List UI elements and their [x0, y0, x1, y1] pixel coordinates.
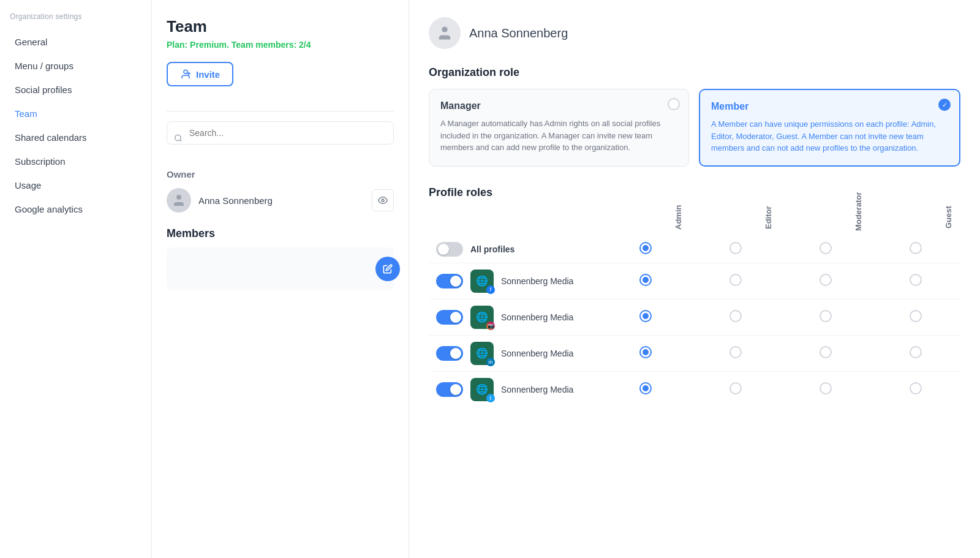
tw-guest-radio[interactable]: [910, 382, 922, 394]
header-editor: Editor: [690, 199, 780, 236]
owner-name: Anna Sonnenberg: [198, 195, 364, 206]
org-role-title: Organization role: [429, 66, 960, 79]
invite-button-label: Invite: [196, 69, 220, 80]
profile-name-1: Sonnenberg Media: [501, 276, 573, 286]
table-row: 🌐 f Sonnenberg Media: [429, 263, 960, 299]
li-guest-radio[interactable]: [910, 346, 922, 358]
all-admin-radio[interactable]: [639, 242, 652, 254]
svg-point-3: [175, 135, 181, 140]
search-input[interactable]: [167, 121, 394, 145]
all-moderator-radio[interactable]: [820, 242, 832, 254]
fb-editor-radio[interactable]: [729, 274, 742, 286]
li-admin-radio[interactable]: [639, 346, 652, 358]
sidebar-item-shared-calendars[interactable]: Shared calendars: [10, 126, 141, 149]
fb-guest-radio[interactable]: [910, 274, 922, 286]
all-profiles-toggle[interactable]: [436, 242, 463, 257]
member-role-card[interactable]: ✓ Member A Member can have unique permis…: [699, 89, 960, 167]
ig-admin-radio[interactable]: [639, 310, 652, 322]
owner-avatar: [167, 188, 191, 213]
profile-icon-3: 🌐 in: [470, 342, 494, 365]
all-profiles-admin[interactable]: [600, 236, 690, 263]
manager-role-desc: A Manager automatically has Admin rights…: [440, 118, 677, 154]
twitter-badge: t: [486, 394, 495, 402]
all-editor-radio[interactable]: [729, 242, 742, 254]
sidebar: Organization settings General Menu / gro…: [0, 0, 152, 558]
ig-editor-radio[interactable]: [729, 310, 742, 322]
middle-panel: Team Plan: Premium. Team members: 2/4 In…: [152, 0, 409, 558]
user-name: Anna Sonnenberg: [469, 26, 568, 40]
profile-toggle-2[interactable]: [436, 310, 463, 325]
profile-name-3: Sonnenberg Media: [501, 349, 573, 358]
member-card: [167, 247, 394, 290]
sidebar-item-google-analytics[interactable]: Google analytics: [10, 198, 141, 221]
facebook-badge: f: [486, 285, 495, 294]
all-profiles-label: All profiles: [470, 244, 514, 254]
all-profiles-moderator[interactable]: [780, 236, 870, 263]
manager-radio[interactable]: [668, 98, 680, 110]
table-row: 🌐 t Sonnenberg Media: [429, 371, 960, 407]
profile-roles-title: Profile roles: [429, 186, 960, 199]
invite-button[interactable]: Invite: [167, 62, 233, 86]
manager-role-card[interactable]: Manager A Manager automatically has Admi…: [429, 89, 689, 167]
profile-toggle-3[interactable]: [436, 346, 463, 361]
profile-toggle-4[interactable]: [436, 382, 463, 397]
svg-point-0: [184, 70, 187, 74]
linkedin-badge: in: [486, 358, 495, 366]
all-guest-radio[interactable]: [910, 242, 922, 254]
profile-cell-2: 🌐 📷 Sonnenberg Media: [429, 299, 600, 335]
tw-moderator-radio[interactable]: [820, 382, 832, 394]
eye-button[interactable]: [372, 189, 394, 211]
sidebar-item-menu-groups[interactable]: Menu / groups: [10, 55, 141, 77]
all-profiles-guest[interactable]: [870, 236, 960, 263]
owner-row: Anna Sonnenberg: [167, 188, 394, 213]
sidebar-section-title: Organization settings: [10, 12, 141, 21]
profile-toggle-1[interactable]: [436, 274, 463, 288]
edit-icon: [383, 264, 393, 274]
fb-moderator-radio[interactable]: [820, 274, 832, 286]
member-role-title: Member: [711, 101, 948, 112]
owner-section-label: Owner: [167, 169, 394, 179]
all-profiles-editor[interactable]: [690, 236, 780, 263]
header-admin: Admin: [600, 199, 690, 236]
sidebar-item-social-profiles[interactable]: Social profiles: [10, 78, 141, 101]
fb-admin-radio[interactable]: [639, 274, 652, 286]
user-avatar: [429, 17, 461, 49]
sidebar-item-usage[interactable]: Usage: [10, 174, 141, 197]
tw-editor-radio[interactable]: [729, 382, 742, 394]
members-area: [167, 247, 394, 290]
profile-roles-table: Admin Editor Moderator Guest All profile…: [429, 199, 960, 407]
member-role-desc: A Member can have unique permissions on …: [711, 118, 948, 154]
li-moderator-radio[interactable]: [820, 346, 832, 358]
sidebar-item-general[interactable]: General: [10, 31, 141, 53]
svg-point-6: [382, 199, 384, 202]
search-wrapper: [167, 121, 394, 157]
svg-point-7: [442, 27, 447, 32]
li-editor-radio[interactable]: [729, 346, 742, 358]
tw-admin-radio[interactable]: [639, 382, 652, 394]
panel-title: Team: [167, 17, 394, 36]
profile-icon-4: 🌐 t: [470, 378, 494, 401]
right-panel: Anna Sonnenberg Organization role Manage…: [409, 0, 980, 558]
sidebar-item-subscription[interactable]: Subscription: [10, 150, 141, 173]
profile-cell-1: 🌐 f Sonnenberg Media: [429, 263, 600, 299]
member-radio[interactable]: ✓: [938, 99, 951, 111]
sidebar-item-team[interactable]: Team: [10, 102, 141, 125]
header-profile: [429, 199, 600, 236]
all-profiles-cell: All profiles: [429, 236, 600, 263]
ig-moderator-radio[interactable]: [820, 310, 832, 322]
edit-member-button[interactable]: [375, 257, 400, 281]
profile-name-2: Sonnenberg Media: [501, 312, 573, 322]
table-row: 🌐 in Sonnenberg Media: [429, 335, 960, 371]
profile-icon-1: 🌐 f: [470, 270, 494, 293]
ig-guest-radio[interactable]: [910, 310, 922, 322]
profile-name-4: Sonnenberg Media: [501, 385, 573, 394]
table-row: 🌐 📷 Sonnenberg Media: [429, 299, 960, 335]
profile-icon-2: 🌐 📷: [470, 306, 494, 329]
svg-point-5: [176, 195, 181, 200]
instagram-badge: 📷: [486, 322, 495, 330]
all-profiles-row: All profiles: [429, 236, 960, 263]
profile-cell-3: 🌐 in Sonnenberg Media: [429, 335, 600, 371]
header-guest: Guest: [870, 199, 960, 236]
invite-icon: [180, 69, 191, 80]
profile-cell-4: 🌐 t Sonnenberg Media: [429, 371, 600, 407]
